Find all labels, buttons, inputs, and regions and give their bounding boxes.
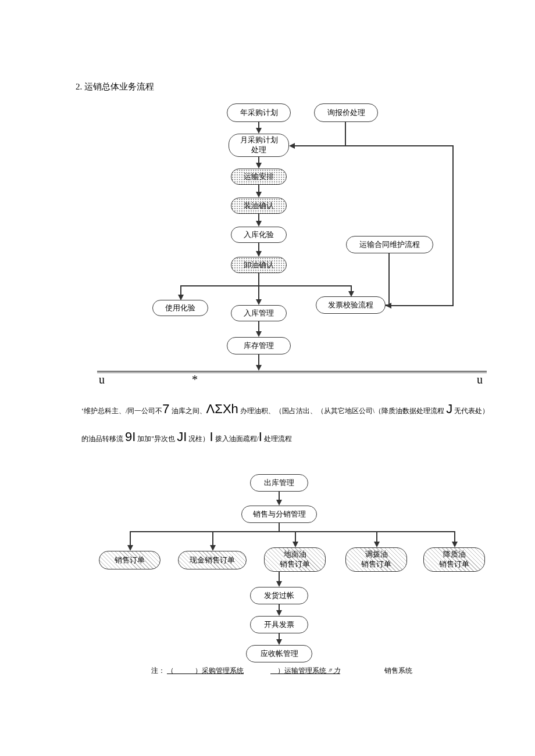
node-cash-sales: 现金销售订单 (178, 551, 247, 569)
mid-paragraph: ‘维护总科主、/同一公司不7 油库之间、ΛΣXh 办理油积、（国占沽出、（从其它… (81, 395, 500, 452)
node-contract-maint: 运输合同维护流程 (346, 236, 433, 253)
node-delivery-post: 发货过帐 (250, 587, 308, 604)
node-ar-mgmt: 应收帐管理 (246, 645, 312, 662)
legend-prefix: 注： (151, 667, 165, 675)
node-load-confirm: 装油确认 (231, 198, 287, 214)
node-use-test: 使用化验 (152, 300, 208, 316)
node-ground-oil: 地面油 销售订单 (264, 547, 326, 572)
node-inbound-mgmt: 入库管理 (231, 305, 287, 321)
legend-item-3: 销售系统 (384, 667, 412, 675)
section-title: 2. 运销总体业务流程 (76, 81, 154, 92)
node-monthly-plan: 月采购计划 处理 (229, 134, 289, 157)
legend-item-1: （ ）采购管理系统 (167, 667, 244, 675)
node-unload-confirm: 卸油确认 (231, 257, 287, 273)
horizontal-divider-2 (97, 372, 487, 373)
node-inbound-test: 入库化验 (231, 227, 287, 243)
node-degrade-oil: 降质油 销售订单 (423, 547, 485, 572)
node-invoice-check: 发票校验流程 (316, 296, 386, 314)
node-inventory-mgmt: 库存管理 (227, 337, 291, 354)
node-annual-plan: 年采购计划 (227, 103, 291, 122)
node-sales-order: 销售订单 (99, 551, 160, 569)
divider-right-mark: u (477, 373, 483, 386)
node-inquiry: 询报价处理 (314, 103, 378, 122)
node-sales-dist: 销售与分销管理 (241, 506, 317, 523)
node-transfer-oil: 调拨油 销售订单 (345, 547, 407, 572)
legend-item-2: ）运输管理系统 (270, 667, 326, 675)
divider-mid-mark: * (192, 373, 198, 386)
horizontal-divider (97, 371, 487, 372)
node-transport-arrange: 运输安排 (231, 169, 287, 185)
node-outbound-mgmt: 出库管理 (250, 474, 308, 492)
node-issue-invoice: 开具发票 (250, 616, 308, 633)
divider-left-mark: u (99, 373, 105, 386)
legend: 注： （ ）采购管理系统 ）运输管理系统〃力 销售系统 (151, 666, 477, 676)
